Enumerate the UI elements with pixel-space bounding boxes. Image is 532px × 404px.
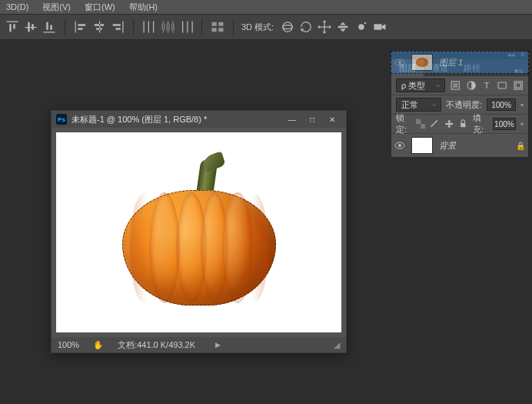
svg-rect-12 xyxy=(421,124,425,129)
tab-layers[interactable]: 图层 xyxy=(391,59,424,76)
panel-tabs: 图层 通道 路径 ▾≡ xyxy=(391,59,528,76)
lock-all-icon[interactable] xyxy=(458,118,468,130)
ps-icon: Ps xyxy=(56,114,67,125)
filter-adjust-icon[interactable] xyxy=(466,79,477,92)
opacity-label: 不透明度: xyxy=(446,99,482,111)
info-chevron-icon[interactable]: ▶ xyxy=(215,341,221,349)
minimize-button[interactable]: — xyxy=(283,113,301,125)
collapse-icon[interactable]: ◂◂ xyxy=(507,51,515,58)
layer-thumbnail[interactable] xyxy=(411,137,433,154)
tab-paths[interactable]: 路径 xyxy=(456,59,488,76)
hand-icon: ✋ xyxy=(93,340,104,350)
document-title: 未标题-1 @ 100% (图层 1, RGB/8) * xyxy=(71,114,207,125)
doc-info[interactable]: 文档:441.0 K/493.2K xyxy=(118,339,195,351)
menu-item-window[interactable]: 窗口(W) xyxy=(85,2,115,13)
distribute-hright-icon[interactable] xyxy=(178,19,194,35)
document-window: Ps 未标题-1 @ 100% (图层 1, RGB/8) * — □ ✕ 10… xyxy=(51,110,347,353)
pan-icon[interactable] xyxy=(317,19,332,35)
align-vmid-icon[interactable] xyxy=(23,19,38,35)
svg-rect-4 xyxy=(374,24,382,30)
opacity-input[interactable]: 100% xyxy=(487,98,516,111)
rotate-icon[interactable] xyxy=(298,19,314,35)
fill-input[interactable]: 100% xyxy=(493,118,516,130)
layer-row[interactable]: 背景 🔒 xyxy=(391,134,528,157)
layers-panel: 图层 通道 路径 ▾≡ ρ 类型÷ T 正常÷ 不透明度: xyxy=(391,58,529,158)
svg-rect-11 xyxy=(416,119,421,124)
document-statusbar: 100% ✋ 文档:441.0 K/493.2K ▶ ◢ xyxy=(52,337,346,352)
slide-icon[interactable] xyxy=(335,19,351,35)
camera-icon[interactable] xyxy=(372,19,387,35)
filter-smart-icon[interactable] xyxy=(513,79,524,92)
distribute-hmid-icon[interactable] xyxy=(160,19,175,35)
filter-pixel-icon[interactable] xyxy=(450,79,461,92)
svg-rect-8 xyxy=(498,82,506,88)
lock-pixels-icon[interactable] xyxy=(430,118,440,130)
visibility-toggle[interactable] xyxy=(394,140,405,151)
filter-shape-icon[interactable] xyxy=(497,79,507,92)
menu-item-help[interactable]: 帮助(H) xyxy=(129,2,158,13)
lock-icon: 🔒 xyxy=(516,142,525,150)
filter-type-icon[interactable]: T xyxy=(481,79,492,92)
options-bar: 3D 模式: xyxy=(0,14,532,40)
maximize-button[interactable]: □ xyxy=(303,113,321,125)
distribute-hleft-icon[interactable] xyxy=(141,19,157,35)
layer-name[interactable]: 背景 xyxy=(439,140,456,152)
auto-align-icon[interactable] xyxy=(210,19,225,35)
tab-channels[interactable]: 通道 xyxy=(424,59,456,76)
lock-position-icon[interactable] xyxy=(444,118,454,130)
resize-grip-icon[interactable]: ◢ xyxy=(334,340,340,350)
lock-label: 锁定: xyxy=(396,112,411,135)
mode3d-label: 3D 模式: xyxy=(241,22,274,33)
close-button[interactable]: ✕ xyxy=(323,113,341,125)
pumpkin-artwork xyxy=(122,159,276,306)
panel-close-icon[interactable]: ✕ xyxy=(520,51,526,58)
menu-bar: 3D(D) 视图(V) 窗口(W) 帮助(H) xyxy=(0,0,532,14)
workspace: Ps 未标题-1 @ 100% (图层 1, RGB/8) * — □ ✕ 10… xyxy=(0,40,532,404)
svg-point-17 xyxy=(398,144,401,147)
align-top-icon[interactable] xyxy=(5,19,20,35)
panels-dock: ◂◂ ✕ 图层 通道 路径 ▾≡ ρ 类型÷ T xyxy=(391,51,529,158)
layers-list: 图层 1 背景 🔒 xyxy=(391,134,528,157)
align-bottom-icon[interactable] xyxy=(42,19,57,35)
svg-rect-6 xyxy=(453,83,457,88)
svg-point-0 xyxy=(283,22,293,32)
filter-type-dropdown[interactable]: ρ 类型÷ xyxy=(396,78,445,92)
menu-item-3d[interactable]: 3D(D) xyxy=(6,2,28,12)
blend-mode-dropdown[interactable]: 正常÷ xyxy=(396,98,441,112)
fill-label: 填充: xyxy=(473,112,488,135)
align-left-icon[interactable] xyxy=(73,19,88,35)
document-titlebar[interactable]: Ps 未标题-1 @ 100% (图层 1, RGB/8) * — □ ✕ xyxy=(52,111,346,128)
lock-transparency-icon[interactable] xyxy=(416,118,426,130)
orbit-icon[interactable] xyxy=(280,19,295,35)
svg-point-1 xyxy=(283,25,293,29)
canvas[interactable] xyxy=(56,132,341,332)
fill-chevron-icon[interactable]: ▾ xyxy=(520,121,524,128)
align-hmid-icon[interactable] xyxy=(91,19,107,35)
scale-icon[interactable] xyxy=(354,19,369,35)
zoom-level[interactable]: 100% xyxy=(58,340,79,349)
menu-item-view[interactable]: 视图(V) xyxy=(42,2,71,13)
align-right-icon[interactable] xyxy=(110,19,125,35)
svg-point-2 xyxy=(358,24,364,30)
svg-rect-10 xyxy=(516,83,520,88)
svg-point-3 xyxy=(364,22,367,25)
panel-menu-icon[interactable]: ▾≡ xyxy=(510,66,528,76)
opacity-chevron-icon[interactable]: ▾ xyxy=(520,102,524,109)
svg-rect-13 xyxy=(461,123,466,127)
